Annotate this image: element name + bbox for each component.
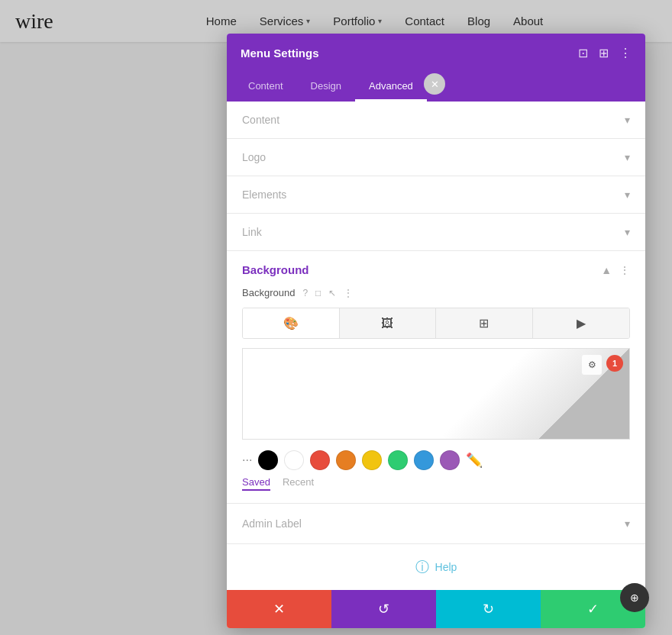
help-circle-icon[interactable]: ⓘ	[415, 558, 429, 576]
background-label: Background	[242, 287, 295, 298]
background-more-icon[interactable]: ⋮	[344, 288, 353, 298]
panel-close-button[interactable]: ✕	[424, 73, 445, 95]
help-row: ⓘ Help	[227, 544, 645, 590]
section-link[interactable]: Link ▾	[227, 214, 645, 251]
tab-recent[interactable]: Recent	[283, 476, 314, 491]
panel-header-actions: ⊡ ⊞ ⋮	[578, 46, 632, 60]
badge-number: 1	[612, 359, 617, 368]
color-preview-actions: ⚙ 1	[582, 355, 623, 375]
section-background: Background ▲ ⋮ Background ? □ ↖ ⋮ 🎨	[227, 251, 645, 504]
swatch-yellow[interactable]	[362, 450, 382, 470]
background-label-row: Background ? □ ↖ ⋮	[242, 287, 630, 298]
panel-header: Menu Settings ⊡ ⊞ ⋮	[227, 34, 645, 73]
background-header-actions: ▲ ⋮	[601, 264, 630, 276]
cancel-button[interactable]: ✕	[227, 590, 331, 628]
section-elements-label: Elements	[242, 189, 286, 201]
section-link-arrow-icon: ▾	[625, 226, 630, 238]
swatches-more-icon[interactable]: ···	[242, 453, 252, 467]
admin-label-arrow-icon: ▾	[625, 517, 630, 530]
panel-columns-icon[interactable]: ⊞	[599, 46, 609, 60]
color-swatches-row: ··· ✏️	[242, 450, 630, 470]
swatch-black[interactable]	[258, 450, 278, 470]
undo-button[interactable]: ↺	[331, 590, 436, 628]
section-logo[interactable]: Logo ▾	[227, 139, 645, 176]
section-elements-arrow-icon: ▾	[625, 189, 630, 201]
color-delete-button[interactable]: 1	[606, 355, 623, 372]
section-content-arrow-icon: ▾	[625, 114, 630, 126]
panel-menu-icon[interactable]: ⋮	[619, 46, 632, 60]
tab-advanced[interactable]: Advanced	[355, 73, 427, 102]
background-help-icon[interactable]: ?	[302, 288, 308, 298]
swatch-purple[interactable]	[440, 450, 460, 470]
tab-design[interactable]: Design	[297, 73, 355, 102]
panel-title: Menu Settings	[241, 47, 319, 60]
section-logo-label: Logo	[242, 151, 266, 163]
save-icon: ✓	[587, 601, 599, 617]
undo-icon: ↺	[378, 601, 389, 617]
color-saved-recent-tabs: Saved Recent	[242, 476, 630, 491]
swatch-orange[interactable]	[336, 450, 356, 470]
panel-footer: ✕ ↺ ↻ ✓	[227, 590, 645, 628]
background-type-tabs: 🎨 🖼 ⊞ ▶	[242, 308, 630, 339]
bg-type-gradient[interactable]: ⊞	[436, 308, 533, 338]
gradient-icon: ⊞	[479, 316, 489, 330]
section-content[interactable]: Content ▾	[227, 102, 645, 139]
section-content-label: Content	[242, 114, 279, 126]
bg-type-image[interactable]: 🖼	[340, 308, 437, 338]
redo-icon: ↻	[483, 601, 494, 617]
floating-action-button[interactable]: ⊕	[620, 583, 649, 612]
cancel-icon: ✕	[273, 601, 285, 617]
tab-content[interactable]: Content	[234, 73, 297, 102]
bg-type-video[interactable]: ▶	[533, 308, 630, 338]
section-logo-arrow-icon: ▾	[625, 151, 630, 163]
background-device-icon[interactable]: □	[315, 288, 321, 298]
admin-label-text: Admin Label	[242, 517, 302, 530]
swatch-blue[interactable]	[414, 450, 434, 470]
section-elements[interactable]: Elements ▾	[227, 176, 645, 214]
swatch-pencil-icon[interactable]: ✏️	[466, 452, 483, 469]
redo-button[interactable]: ↻	[436, 590, 541, 628]
background-options-icon[interactable]: ⋮	[619, 264, 630, 276]
bg-type-color[interactable]: 🎨	[243, 308, 340, 338]
section-link-label: Link	[242, 226, 262, 238]
help-label[interactable]: Help	[435, 561, 457, 573]
section-admin-label[interactable]: Admin Label ▾	[227, 504, 645, 544]
panel-body: Content ▾ Logo ▾ Elements ▾ Link ▾ Backg…	[227, 102, 645, 590]
gear-icon: ⚙	[588, 359, 596, 370]
background-section-header: Background ▲ ⋮	[242, 263, 630, 276]
swatch-red[interactable]	[310, 450, 330, 470]
video-icon: ▶	[577, 316, 586, 330]
swatch-white[interactable]	[284, 450, 304, 470]
background-collapse-icon[interactable]: ▲	[601, 264, 612, 276]
background-cursor-icon[interactable]: ↖	[328, 288, 336, 298]
swatch-green[interactable]	[388, 450, 408, 470]
color-settings-button[interactable]: ⚙	[582, 355, 602, 375]
menu-settings-panel: Menu Settings ⊡ ⊞ ⋮ Content Design Advan…	[227, 34, 645, 628]
image-icon: 🖼	[381, 317, 393, 330]
color-preview-area[interactable]: ⚙ 1	[242, 348, 630, 440]
floating-action-icon: ⊕	[630, 591, 639, 604]
tab-saved[interactable]: Saved	[242, 476, 270, 491]
panel-fullscreen-icon[interactable]: ⊡	[578, 46, 588, 60]
color-fill-icon: 🎨	[283, 316, 299, 330]
background-section-title: Background	[242, 263, 309, 276]
